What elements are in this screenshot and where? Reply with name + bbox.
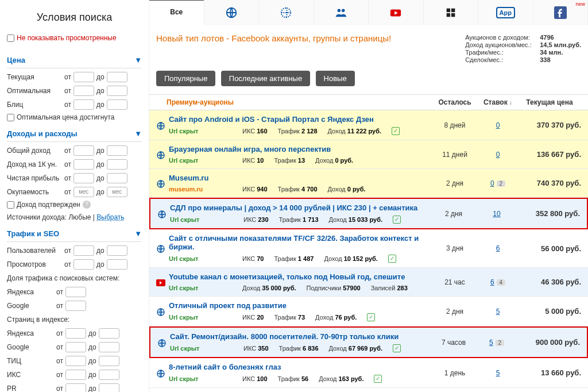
tab-facebook[interactable]: new — [533, 0, 589, 25]
lot-bids[interactable]: 0 — [478, 121, 518, 129]
col-time-header[interactable]: Осталось — [432, 98, 478, 106]
category-tabs: Все App new — [149, 0, 588, 25]
filter-from-input[interactable] — [74, 259, 94, 270]
tab-domains[interactable] — [259, 0, 314, 25]
tab-youtube[interactable] — [369, 0, 424, 25]
lot-bids[interactable]: 02 — [478, 179, 518, 187]
filter-label: PR — [7, 385, 56, 392]
income-sources-link[interactable]: Выбрать — [96, 213, 124, 221]
lot-domain[interactable]: museum.ru — [169, 186, 232, 193]
section-traffic-header[interactable]: Трафик и SEO ▼ — [7, 226, 142, 242]
filter-from-input[interactable] — [65, 328, 86, 339]
lot-title[interactable]: СДЛ про минералы | доход > 14 000 рублей… — [170, 203, 431, 212]
filter-from-input[interactable] — [65, 287, 86, 297]
lot-bids[interactable]: 10 — [477, 210, 517, 218]
hide-viewed-checkbox[interactable] — [7, 34, 14, 42]
lot-row[interactable]: Браузерная онлайн игра, много перспектив… — [149, 140, 588, 169]
filter-from-input[interactable] — [65, 356, 86, 366]
filter-from-input[interactable] — [74, 173, 94, 183]
lot-row[interactable]: Отличный проект под развитие Url скрытИК… — [149, 297, 588, 326]
filter-to-input[interactable] — [99, 370, 119, 380]
col-bids-header[interactable]: Ставок ↓ — [478, 98, 518, 106]
lot-title[interactable]: Youtube канал с монетизацией, только под… — [169, 272, 432, 281]
filter-label: Текущая — [7, 73, 64, 81]
verified-icon: ✓ — [388, 255, 396, 263]
lot-row[interactable]: Museum.ru museum.ruИКС 940Трафик 4 700До… — [149, 169, 588, 198]
lot-url-hidden: Url скрыт — [169, 128, 232, 134]
opt-price-reached-checkbox[interactable] — [7, 114, 14, 121]
globe-icon — [156, 244, 165, 253]
verified-icon: ✓ — [374, 375, 382, 383]
filter-from-input[interactable] — [74, 99, 94, 110]
filter-from-input[interactable] — [65, 383, 86, 392]
tab-instagram[interactable] — [424, 0, 479, 25]
filter-to-input[interactable] — [99, 383, 119, 392]
lot-bids[interactable]: 5 — [478, 369, 518, 377]
lot-price: 13 660 руб. — [518, 368, 581, 377]
lot-title[interactable]: Браузерная онлайн игра, много перспектив — [169, 145, 432, 153]
filter-to-input[interactable] — [107, 245, 127, 256]
filter-from-input[interactable] — [74, 145, 94, 156]
filter-to-input[interactable] — [107, 145, 127, 156]
filter-to-input[interactable] — [99, 328, 119, 339]
tab-social[interactable] — [314, 0, 369, 25]
help-icon[interactable]: ? — [83, 201, 91, 209]
filter-to-input[interactable] — [99, 342, 119, 352]
filter-from-input[interactable] — [65, 370, 86, 380]
filter-from-input[interactable] — [65, 301, 86, 311]
lot-url-hidden: Url скрыт — [169, 157, 232, 164]
filter-to-input[interactable] — [107, 173, 127, 183]
people-icon — [335, 6, 347, 19]
lot-bids[interactable]: 64 — [478, 278, 518, 286]
filter-to-input[interactable] — [107, 86, 127, 96]
lot-bids[interactable]: 0 — [478, 151, 518, 159]
filter-to-input[interactable] — [107, 259, 127, 270]
chevron-down-icon: ▼ — [134, 129, 142, 138]
lot-title[interactable]: Отличный проект под развитие — [169, 301, 432, 310]
filter-label: Общий доход — [7, 147, 64, 155]
lot-bids[interactable]: 5 — [478, 308, 518, 316]
filter-to-input[interactable] — [99, 356, 119, 366]
lot-row[interactable]: СДЛ про минералы | доход > 14 000 рублей… — [149, 198, 588, 229]
tab-websites[interactable] — [204, 0, 260, 25]
lot-title[interactable]: Сайт. Ремонт/дизайн. 8000 посетителей. 7… — [170, 332, 431, 341]
lot-time-left: 21 час — [432, 278, 478, 286]
pill-recent[interactable]: Последние активные — [221, 71, 310, 86]
lot-url-hidden: Url скрыт — [169, 314, 232, 321]
lot-row[interactable]: Youtube канал с монетизацией, только под… — [149, 268, 588, 297]
filter-label: ТИЦ — [7, 357, 56, 365]
section-price-header[interactable]: Цена ▼ — [7, 52, 142, 68]
filter-from-input[interactable] — [74, 72, 94, 82]
lot-row[interactable]: 8-летний сайт о болезнях глаз Url скрытИ… — [149, 358, 588, 388]
filter-from-input[interactable] — [74, 159, 94, 170]
income-confirmed-checkbox[interactable] — [7, 201, 14, 209]
lot-row[interactable]: Сайт с отличными показателями TF/CF 32/2… — [149, 229, 588, 268]
opt-price-reached-label: Оптимальная цена достигнута — [17, 113, 114, 121]
filter-from-input[interactable] — [74, 245, 94, 256]
lot-row[interactable]: Сайт про Android и iOS - Старый Портал с… — [149, 110, 588, 140]
verified-icon: ✓ — [393, 344, 401, 352]
lot-title[interactable]: Сайт про Android и iOS - Старый Портал с… — [169, 115, 432, 124]
lot-title[interactable]: 8-летний сайт о болезнях глаз — [169, 363, 432, 371]
tab-all[interactable]: Все — [149, 0, 204, 25]
pill-new[interactable]: Новые — [316, 71, 355, 86]
filter-to-input[interactable] — [107, 159, 127, 170]
lot-title[interactable]: Museum.ru — [169, 174, 432, 182]
lot-bids[interactable]: 6 — [478, 244, 518, 252]
lot-time-left: 3 дня — [432, 244, 478, 252]
bid-badge: 2 — [496, 340, 505, 346]
lot-title[interactable]: Сайт с отличными показателями TF/CF 32/2… — [169, 234, 432, 251]
search-filters-sidebar: Условия поиска Не показывать просмотренн… — [0, 0, 149, 392]
filter-from-input[interactable] — [65, 342, 86, 352]
lot-row[interactable]: Сайт. Ремонт/дизайн. 8000 посетителей. 7… — [149, 326, 588, 358]
lot-time-left: 8 дней — [432, 121, 478, 129]
filter-from-input[interactable] — [74, 86, 94, 96]
filter-to-input[interactable] — [107, 72, 127, 82]
filter-label: Google — [7, 302, 56, 310]
filter-to-input[interactable] — [107, 99, 127, 110]
tab-apps[interactable]: App — [478, 0, 533, 25]
lot-bids[interactable]: 52 — [477, 339, 517, 347]
col-price-header[interactable]: Текущая цена — [518, 98, 581, 106]
section-income-header[interactable]: Доходы и расходы ▼ — [7, 126, 142, 142]
pill-popular[interactable]: Популярные — [156, 71, 215, 86]
